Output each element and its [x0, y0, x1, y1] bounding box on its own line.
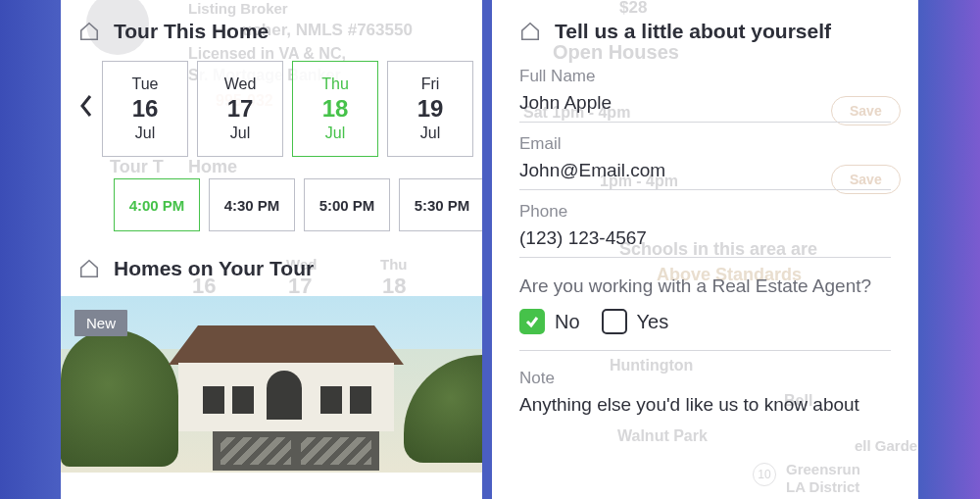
agent-yes-label: Yes [637, 311, 669, 333]
homes-title: Homes on Your Tour [114, 257, 314, 280]
date-dow: Wed [224, 75, 257, 93]
tour-title: Tour This Home [114, 20, 269, 43]
house-icon [78, 258, 100, 279]
email-field: Email [519, 134, 891, 190]
new-badge: New [74, 310, 127, 336]
date-day: 16 [132, 95, 159, 123]
date-day: 17 [227, 95, 254, 123]
ghost-text: ell Garde [855, 437, 917, 454]
full-name-field: Full Name [519, 67, 891, 123]
date-card[interactable]: Tue16Jul [102, 61, 188, 157]
prev-dates-button[interactable] [71, 93, 102, 125]
agent-options-row: No Yes [519, 309, 891, 351]
email-label: Email [519, 134, 891, 154]
note-label: Note [519, 369, 891, 388]
home-photo[interactable]: New [61, 296, 482, 473]
form-header: Tell us a little about yourself [519, 0, 891, 55]
date-picker-row: Tue16JulWed17JulThu18JulFri19Jul [61, 61, 482, 157]
date-day: 18 [322, 95, 349, 123]
time-picker-row: 4:00 PM4:30 PM5:00 PM5:30 PM [61, 178, 482, 231]
tour-panel: Listing Broker ucher, NMLS #763550 Licen… [61, 0, 482, 499]
form-panel: $28 Open Houses Sat 1pm - 4pm Save 1pm -… [492, 0, 918, 499]
time-card[interactable]: 4:00 PM [114, 178, 200, 231]
date-mon: Jul [135, 125, 155, 142]
phone-field: Phone [519, 202, 891, 258]
ghost-text: LA District [786, 478, 859, 495]
ghost-badge-circle: 10 [753, 463, 776, 486]
ghost-text: Greensrun [786, 461, 860, 477]
time-card[interactable]: 4:30 PM [209, 178, 295, 231]
agent-question: Are you working with a Real Estate Agent… [519, 275, 891, 297]
phone-input[interactable] [519, 227, 891, 249]
date-card[interactable]: Wed17Jul [197, 61, 283, 157]
date-card[interactable]: Fri19Jul [387, 61, 473, 157]
note-textarea[interactable]: Anything else you'd like us to know abou… [519, 394, 891, 416]
time-card[interactable]: 5:00 PM [304, 178, 390, 231]
date-dow: Thu [321, 75, 349, 93]
house-icon [519, 21, 541, 42]
email-input[interactable] [519, 160, 891, 181]
agent-yes-checkbox[interactable] [602, 309, 627, 334]
date-mon: Jul [420, 125, 440, 142]
date-card[interactable]: Thu18Jul [292, 61, 378, 157]
ghost-text: Tour T [110, 157, 164, 177]
full-name-input[interactable] [519, 92, 891, 114]
agent-no-checkbox[interactable] [519, 309, 545, 334]
form-title: Tell us a little about yourself [555, 20, 831, 43]
phone-label: Phone [519, 202, 891, 222]
date-dow: Fri [421, 75, 440, 93]
agent-no-label: No [555, 311, 580, 333]
full-name-label: Full Name [519, 67, 891, 86]
house-icon [78, 21, 100, 42]
ghost-text: Walnut Park [617, 427, 708, 445]
homes-header: Homes on Your Tour [61, 231, 482, 296]
date-mon: Jul [325, 125, 345, 142]
time-card[interactable]: 5:30 PM [399, 178, 482, 231]
date-mon: Jul [230, 125, 250, 142]
date-dow: Tue [132, 75, 159, 93]
tour-header: Tour This Home [61, 0, 482, 61]
ghost-text: Home [188, 157, 237, 177]
date-day: 19 [417, 95, 444, 123]
